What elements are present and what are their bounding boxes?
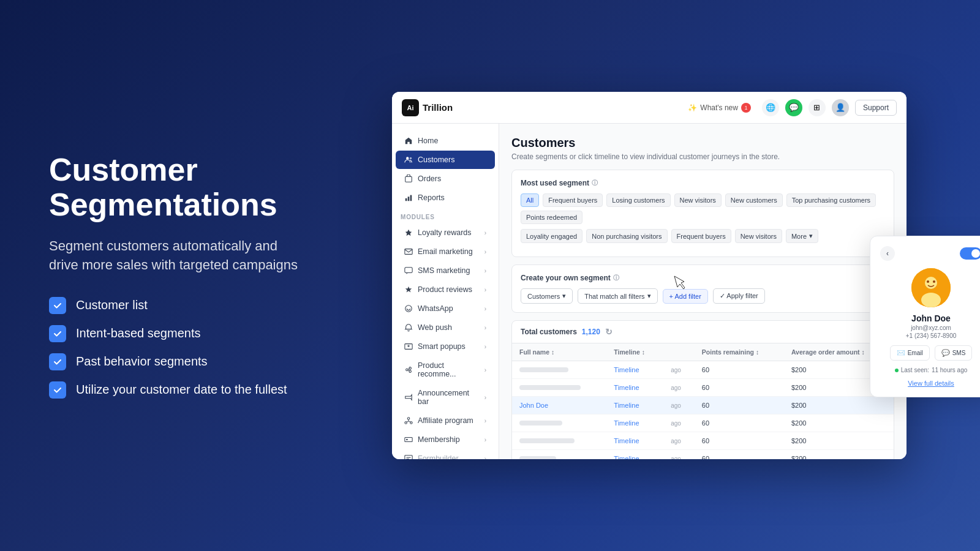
timeline-link[interactable]: Timeline (614, 455, 639, 459)
chevron-icon: › (484, 230, 486, 236)
notifications-icon[interactable]: 💬 (785, 99, 802, 116)
refresh-icon[interactable]: ↻ (605, 327, 612, 337)
popup-actions: ✉️ Email 💬 SMS (880, 345, 980, 361)
chevron-icon: › (484, 418, 486, 424)
tag-frequent2[interactable]: Frequent buyers (671, 229, 731, 243)
svg-rect-2 (405, 177, 412, 182)
tag-new-customers[interactable]: New customers (725, 193, 783, 207)
online-dot (895, 369, 899, 372)
sidebar-item-whatsapp[interactable]: WhatsApp › (396, 299, 495, 318)
check-icon-4 (49, 381, 66, 399)
svg-rect-3 (405, 198, 407, 201)
grid-icon[interactable]: ⊞ (809, 99, 826, 116)
svg-point-15 (407, 418, 410, 420)
email-icon: ✉️ (897, 349, 905, 357)
chevron-icon: › (484, 268, 486, 274)
svg-point-24 (927, 280, 929, 283)
app-container: Ai Trillion ✨ What's new 1 🌐 💬 ⊞ 👤 Suppo… (343, 80, 980, 471)
sidebar-item-formbuilder[interactable]: Formbuilder › (396, 449, 495, 459)
whats-new-button[interactable]: ✨ What's new 1 (683, 100, 756, 115)
timeline-link[interactable]: Timeline (614, 402, 639, 409)
tag-top-purchasing[interactable]: Top purchasing customers (786, 193, 876, 207)
table-row: Timeline ago 60 $200 (512, 414, 894, 432)
tag-all[interactable]: All (521, 193, 539, 207)
tag-points-redeemed[interactable]: Points redeemed (521, 211, 582, 224)
sidebar-item-loyalty[interactable]: Loyalty rewards › (396, 223, 495, 242)
tag-more[interactable]: More ▾ (786, 229, 818, 243)
svg-point-1 (410, 157, 412, 160)
sidebar-item-recommend[interactable]: Product recomme... › (396, 356, 495, 383)
page-subtitle: Create segments or click timeline to vie… (511, 152, 894, 161)
filters-row: Customers ▾ That match all filters ▾ + A… (521, 288, 885, 304)
timeline-link[interactable]: Timeline (614, 384, 639, 391)
segment-tags-row1: All Frequent buyers Losing customers New… (521, 193, 885, 224)
language-selector[interactable]: 🌐 (762, 99, 779, 116)
chevron-icon: › (484, 437, 486, 443)
tag-new-visitors2[interactable]: New visitors (735, 229, 782, 243)
sidebar-item-home[interactable]: Home (396, 132, 495, 150)
sidebar-item-email[interactable]: Email marketing › (396, 242, 495, 261)
sidebar-item-customers[interactable]: Customers (396, 151, 495, 169)
app-body: Home Customers Orders Reports MODULES (392, 124, 907, 459)
name-placeholder (519, 456, 556, 459)
timeline-link[interactable]: Timeline (614, 419, 639, 427)
sidebar-item-reports[interactable]: Reports (396, 189, 495, 207)
sidebar-item-sms[interactable]: SMS marketing › (396, 261, 495, 280)
timeline-link[interactable]: Timeline (614, 437, 639, 444)
sidebar-item-reviews[interactable]: Product reviews › (396, 280, 495, 299)
add-filter-button[interactable]: + Add filter (663, 289, 708, 304)
tag-new-visitors[interactable]: New visitors (674, 193, 722, 207)
table-row: Timeline ago 60 $200 (512, 379, 894, 397)
sidebar-item-webpush[interactable]: Web push › (396, 318, 495, 337)
view-full-details-link[interactable]: View full details (880, 380, 980, 387)
name-placeholder (519, 438, 575, 443)
popup-header: ‹ (880, 246, 980, 261)
svg-rect-5 (410, 195, 412, 201)
tag-frequent[interactable]: Frequent buyers (543, 193, 603, 207)
popup-back-button[interactable]: ‹ (880, 246, 895, 261)
sidebar-item-announcement[interactable]: Announcement bar › (396, 384, 495, 411)
apply-filter-button[interactable]: ✓ Apply filter (713, 288, 765, 304)
customers-data-table: Full name ↕ Timeline ↕ Points remaining … (512, 343, 894, 459)
logo-icon: Ai (402, 99, 419, 116)
tag-non-purchasing[interactable]: Non purchasing visitors (586, 229, 667, 243)
col-header-points: Points remaining ↕ (695, 343, 784, 361)
main-content: Customers Create segments or click timel… (499, 124, 907, 459)
create-segment-card: Create your own segment ⓘ Customers ▾ Th… (511, 264, 894, 313)
svg-rect-18 (405, 438, 412, 442)
email-action-button[interactable]: ✉️ Email (890, 345, 930, 361)
match-filter[interactable]: That match all filters ▾ (578, 288, 657, 304)
sms-icon: 💬 (941, 349, 950, 357)
chevron-icon: › (484, 394, 486, 401)
hero-title: Customer Segmentations (49, 152, 306, 222)
app-window: Ai Trillion ✨ What's new 1 🌐 💬 ⊞ 👤 Suppo… (392, 92, 907, 459)
customer-name-link[interactable]: John Doe (519, 402, 548, 409)
support-button[interactable]: Support (855, 100, 897, 116)
sidebar-item-membership[interactable]: Membership › (396, 430, 495, 449)
sms-action-button[interactable]: 💬 SMS (935, 345, 973, 361)
sidebar-item-affiliate[interactable]: Affiliate program › (396, 411, 495, 430)
svg-point-25 (933, 280, 935, 283)
customers-table: Total customers 1,120 ↻ Full name ↕ Time… (511, 320, 894, 459)
name-placeholder (519, 367, 568, 372)
table-row-highlighted: John Doe Timeline ago 60 $200 (512, 397, 894, 414)
table-row: Timeline ago 60 $200 (512, 432, 894, 450)
chevron-icon: › (484, 287, 486, 293)
customers-filter[interactable]: Customers ▾ (521, 288, 573, 304)
tag-losing[interactable]: Losing customers (606, 193, 670, 207)
name-placeholder (519, 421, 562, 425)
svg-marker-6 (405, 230, 412, 236)
table-header-bar: Total customers 1,120 ↻ (512, 321, 894, 343)
sidebar-item-orders[interactable]: Orders (396, 170, 495, 188)
svg-marker-9 (405, 287, 412, 293)
user-avatar[interactable]: 👤 (832, 99, 849, 116)
svg-rect-4 (408, 197, 410, 201)
tag-loyality[interactable]: Loyality engaged (521, 229, 582, 243)
toggle-switch[interactable] (960, 247, 980, 260)
popup-last-seen: Last seen: 11 hours ago (880, 367, 980, 373)
page-title: Customers (511, 136, 894, 150)
timeline-link[interactable]: Timeline (614, 366, 639, 373)
popup-customer-phone: +1 (234) 567-8900 (880, 332, 980, 339)
chevron-icon: › (484, 343, 486, 350)
sidebar-item-popups[interactable]: Smart popups › (396, 337, 495, 356)
